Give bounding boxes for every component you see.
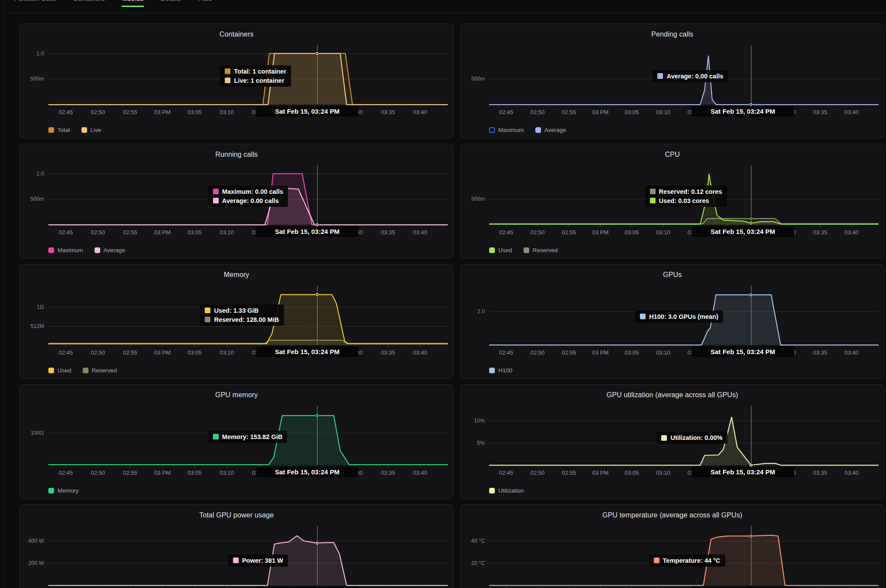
- plot-area[interactable]: Temperature: 44 °C: [489, 526, 879, 585]
- tooltip-row: Power: 381 W: [233, 557, 283, 564]
- marker-dot: [315, 293, 318, 296]
- tab-metrics[interactable]: Metrics: [122, 0, 143, 7]
- x-tick-label: 03:10: [220, 470, 234, 476]
- crosshair-line: [751, 165, 751, 225]
- x-tick-mark: [130, 105, 130, 107]
- x-tick-label: 03:05: [187, 109, 202, 115]
- x-tick-label: 03:05: [625, 229, 639, 236]
- x-tick-mark: [194, 225, 195, 227]
- tab-containers[interactable]: Containers: [73, 0, 105, 7]
- x-tick-mark: [632, 225, 632, 227]
- x-tick-label: 02:45: [499, 470, 514, 476]
- legend-item-used[interactable]: Used: [48, 367, 71, 374]
- marker-dot: [315, 52, 318, 55]
- plot-area[interactable]: Power: 381 W: [48, 526, 448, 585]
- tooltip-swatch: [650, 189, 656, 194]
- chart-title: GPU memory: [20, 385, 453, 406]
- tooltip-text: Live: 1 container: [234, 77, 284, 84]
- y-axis-label: 500m: [471, 76, 485, 82]
- marker-dot: [750, 534, 753, 537]
- y-axis: 40 °C20 °C: [461, 526, 489, 585]
- legend-item-average[interactable]: Average: [535, 127, 566, 133]
- plot-area[interactable]: Used: 1.33 GiBReserved: 128.00 MiB: [48, 285, 448, 345]
- y-axis-label: 500m: [30, 196, 44, 202]
- plot-area[interactable]: Utilization: 0.00%: [489, 406, 879, 465]
- date-tooltip: Sat Feb 15, 03:24 PM: [692, 346, 794, 357]
- legend-label: Utilization: [498, 487, 524, 494]
- x-tick-label: 03:40: [413, 109, 427, 115]
- x-tick-label: 03:35: [381, 349, 395, 356]
- x-tick-mark: [600, 345, 601, 347]
- legend-item-used[interactable]: Used: [489, 247, 512, 253]
- tooltip-text: Used: 0.03 cores: [659, 197, 709, 204]
- x-tick-mark: [569, 585, 569, 588]
- tooltip-swatch: [213, 189, 219, 194]
- legend-label: Average: [104, 247, 125, 253]
- x-tick-label: 03:05: [187, 470, 202, 476]
- chart-area: 500mReserved: 0.12 coresUsed: 0.03 cores: [461, 165, 884, 225]
- x-tick-mark: [388, 225, 388, 227]
- tab-label: Function Calls: [14, 0, 56, 2]
- x-tick-mark: [420, 585, 420, 588]
- legend-item-reserved[interactable]: Reserved: [83, 367, 117, 374]
- x-tick-label: 02:45: [499, 229, 514, 236]
- x-axis: 02:4502:5002:5503 PM03:0503:1003:1503:20…: [489, 585, 879, 588]
- plot-area[interactable]: Memory: 153.82 GiB: [48, 406, 448, 465]
- legend-item-total[interactable]: Total: [48, 127, 70, 133]
- legend-item-reserved[interactable]: Reserved: [524, 247, 558, 253]
- legend-item-h100[interactable]: H100: [489, 367, 512, 374]
- plot-area[interactable]: Total: 1 containerLive: 1 container: [48, 45, 448, 105]
- chart-legend: MaximumAverage: [48, 242, 453, 258]
- x-tick-mark: [65, 585, 66, 588]
- x-tick-mark: [98, 345, 98, 347]
- x-tick-label: 03:35: [813, 349, 828, 356]
- x-tick-mark: [130, 345, 130, 347]
- y-axis: 10%5%: [461, 406, 489, 465]
- x-tick-mark: [162, 105, 162, 107]
- legend-item-average[interactable]: Average: [95, 247, 125, 253]
- plot-area[interactable]: Maximum: 0.00 callsAverage: 0.00 calls: [48, 165, 448, 225]
- x-tick-mark: [600, 225, 601, 227]
- x-tick-mark: [194, 585, 195, 588]
- legend-label: Reserved: [533, 247, 558, 253]
- x-tick-label: 03 PM: [154, 470, 171, 476]
- x-tick-mark: [820, 585, 820, 588]
- legend-item-utilization[interactable]: Utilization: [489, 487, 524, 494]
- legend-item-memory[interactable]: Memory: [48, 487, 79, 494]
- x-tick-mark: [538, 465, 538, 467]
- plot-area[interactable]: H100: 3.0 GPUs (mean): [489, 285, 879, 345]
- tab-function-calls[interactable]: Function Calls: [14, 0, 56, 7]
- x-tick-mark: [227, 105, 227, 107]
- x-tick-mark: [506, 465, 506, 467]
- x-tick-label: 03 PM: [154, 229, 171, 236]
- plot-area[interactable]: Reserved: 0.12 coresUsed: 0.03 cores: [489, 165, 879, 225]
- x-tick-label: 03:35: [813, 229, 828, 236]
- chart-legend: MaximumAverage: [489, 122, 884, 138]
- tab-label: Containers: [73, 0, 105, 2]
- x-tick-mark: [538, 225, 538, 227]
- x-tick-mark: [420, 105, 420, 107]
- y-axis: 500m: [461, 165, 489, 225]
- tab-details[interactable]: Details: [161, 0, 181, 7]
- x-tick-label: 03:40: [413, 470, 427, 476]
- x-axis: 02:4502:5002:5503 PM03:0503:1003:1503:20…: [48, 225, 448, 242]
- legend-swatch: [48, 127, 54, 133]
- tab-files[interactable]: Files: [198, 0, 212, 7]
- x-tick-label: 03:10: [656, 470, 670, 476]
- chart-title: Running calls: [20, 144, 453, 165]
- x-tick-label: 03:40: [845, 470, 859, 476]
- legend-item-maximum[interactable]: Maximum: [48, 247, 83, 253]
- legend-item-maximum[interactable]: Maximum: [489, 127, 524, 133]
- x-tick-mark: [851, 105, 852, 107]
- tooltip-swatch: [650, 198, 656, 203]
- tooltip-swatch: [225, 68, 230, 74]
- chart-area: 100GMemory: 153.82 GiB: [20, 406, 453, 465]
- x-tick-label: 03:35: [381, 470, 395, 476]
- x-tick-mark: [569, 225, 569, 227]
- x-tick-label: 03:10: [220, 229, 234, 236]
- x-tick-mark: [388, 465, 388, 467]
- plot-area[interactable]: Average: 0.00 calls: [489, 45, 879, 105]
- x-tick-mark: [506, 585, 506, 588]
- tooltip-row: Used: 0.03 cores: [650, 197, 722, 204]
- legend-item-live[interactable]: Live: [81, 127, 101, 133]
